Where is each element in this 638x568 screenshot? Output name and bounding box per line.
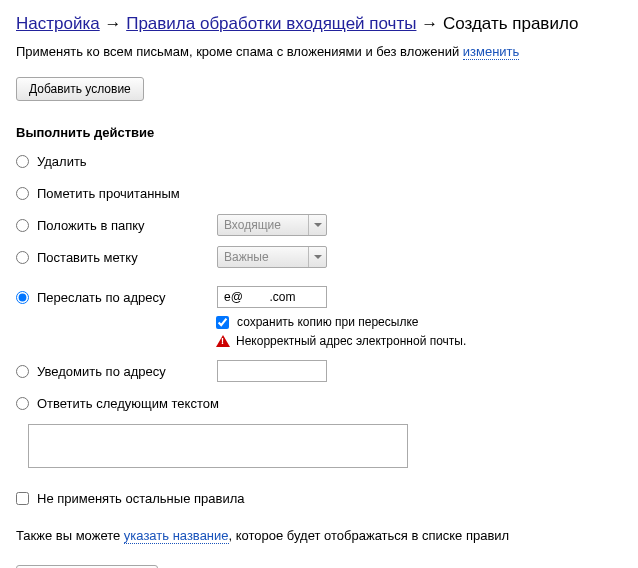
no-apply-row: Не применять остальные правила bbox=[16, 491, 622, 506]
chevron-down-icon bbox=[308, 215, 326, 235]
label-select-value: Важные bbox=[224, 250, 269, 264]
reply-text-input[interactable] bbox=[28, 424, 408, 468]
action-radio-move-folder[interactable] bbox=[16, 219, 29, 232]
action-radio-delete[interactable] bbox=[16, 155, 29, 168]
chevron-down-icon bbox=[308, 247, 326, 267]
error-text: Некорректный адрес электронной почты. bbox=[236, 334, 466, 348]
breadcrumb-rules-link[interactable]: Правила обработки входящей почты bbox=[126, 14, 416, 34]
name-row-suffix: , которое будет отображаться в списке пр… bbox=[229, 528, 510, 543]
warning-icon bbox=[216, 335, 230, 347]
action-label-move-folder: Положить в папку bbox=[37, 218, 217, 233]
breadcrumb-arrow: → bbox=[104, 14, 121, 33]
action-row-move-folder: Положить в папку Входящие bbox=[16, 214, 622, 236]
keep-copy-checkbox[interactable] bbox=[216, 316, 229, 329]
breadcrumb-settings-link[interactable]: Настройка bbox=[16, 14, 100, 34]
action-row-set-label: Поставить метку Важные bbox=[16, 246, 622, 268]
no-apply-label: Не применять остальные правила bbox=[37, 491, 244, 506]
action-row-forward: Переслать по адресу bbox=[16, 286, 622, 308]
action-radio-notify[interactable] bbox=[16, 365, 29, 378]
action-radio-reply[interactable] bbox=[16, 397, 29, 410]
action-label-reply: Ответить следующим текстом bbox=[37, 396, 219, 411]
folder-select-value: Входящие bbox=[224, 218, 281, 232]
keep-copy-label: сохранить копию при пересылке bbox=[237, 315, 418, 329]
action-label-forward: Переслать по адресу bbox=[37, 290, 217, 305]
folder-select[interactable]: Входящие bbox=[217, 214, 327, 236]
action-radio-set-label[interactable] bbox=[16, 251, 29, 264]
perform-action-title: Выполнить действие bbox=[16, 125, 622, 140]
action-label-delete: Удалить bbox=[37, 154, 217, 169]
notify-address-input[interactable] bbox=[217, 360, 327, 382]
breadcrumb-current: Создать правило bbox=[443, 14, 579, 33]
name-row: Также вы можете указать название, которо… bbox=[16, 528, 622, 543]
action-row-reply: Ответить следующим текстом bbox=[16, 392, 622, 414]
action-label-set-label: Поставить метку bbox=[37, 250, 217, 265]
forward-address-input[interactable] bbox=[217, 286, 327, 308]
action-label-notify: Уведомить по адресу bbox=[37, 364, 217, 379]
breadcrumb-arrow: → bbox=[421, 14, 438, 33]
apply-conditions-text: Применять ко всем письмам, кроме спама с… bbox=[16, 44, 459, 59]
action-row-mark-read: Пометить прочитанным bbox=[16, 182, 622, 204]
action-row-delete: Удалить bbox=[16, 150, 622, 172]
apply-conditions-row: Применять ко всем письмам, кроме спама с… bbox=[16, 44, 622, 59]
action-radio-forward[interactable] bbox=[16, 291, 29, 304]
name-row-prefix: Также вы можете bbox=[16, 528, 124, 543]
change-conditions-link[interactable]: изменить bbox=[463, 44, 520, 60]
action-row-notify: Уведомить по адресу bbox=[16, 360, 622, 382]
label-select[interactable]: Важные bbox=[217, 246, 327, 268]
forward-sub-block: сохранить копию при пересылке Некорректн… bbox=[216, 315, 622, 348]
action-label-mark-read: Пометить прочитанным bbox=[37, 186, 217, 201]
breadcrumb: Настройка → Правила обработки входящей п… bbox=[16, 14, 622, 34]
set-name-link[interactable]: указать название bbox=[124, 528, 229, 544]
add-condition-button[interactable]: Добавить условие bbox=[16, 77, 144, 101]
action-radio-mark-read[interactable] bbox=[16, 187, 29, 200]
no-apply-checkbox[interactable] bbox=[16, 492, 29, 505]
